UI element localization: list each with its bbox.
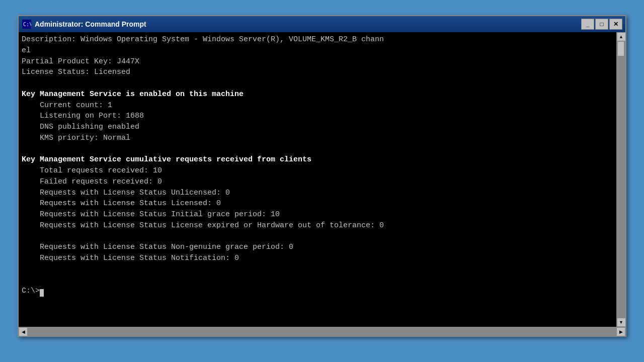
terminal-line-1: Description: Windows Operating System - … <box>22 35 384 295</box>
scroll-thumb[interactable] <box>617 41 624 56</box>
cmd-icon: C:\ <box>22 19 32 29</box>
horizontal-scroll-track[interactable] <box>28 327 616 336</box>
scroll-track[interactable] <box>617 41 625 318</box>
scroll-left-button[interactable]: ◀ <box>19 327 28 336</box>
desktop: C:\ Administrator: Command Prompt _ □ ✕ … <box>0 0 644 362</box>
maximize-button[interactable]: □ <box>595 19 608 30</box>
horizontal-scrollbar[interactable]: ◀ ▶ <box>19 327 625 336</box>
window-title: Administrator: Command Prompt <box>35 20 581 28</box>
scroll-up-button[interactable]: ▲ <box>617 32 626 41</box>
minimize-button[interactable]: _ <box>581 19 594 30</box>
window-controls: _ □ ✕ <box>581 19 622 30</box>
scroll-right-button[interactable]: ▶ <box>616 327 625 336</box>
cursor <box>40 289 44 297</box>
cmd-window: C:\ Administrator: Command Prompt _ □ ✕ … <box>18 15 626 337</box>
vertical-scrollbar[interactable]: ▲ ▼ <box>616 32 625 327</box>
terminal-output[interactable]: Description: Windows Operating System - … <box>19 32 616 327</box>
prompt-line: C:\> <box>22 287 44 295</box>
close-button[interactable]: ✕ <box>609 19 622 30</box>
title-bar: C:\ Administrator: Command Prompt _ □ ✕ <box>19 16 625 32</box>
window-body: Description: Windows Operating System - … <box>19 32 625 327</box>
scroll-down-button[interactable]: ▼ <box>617 318 626 327</box>
svg-text:C:\: C:\ <box>23 22 31 27</box>
